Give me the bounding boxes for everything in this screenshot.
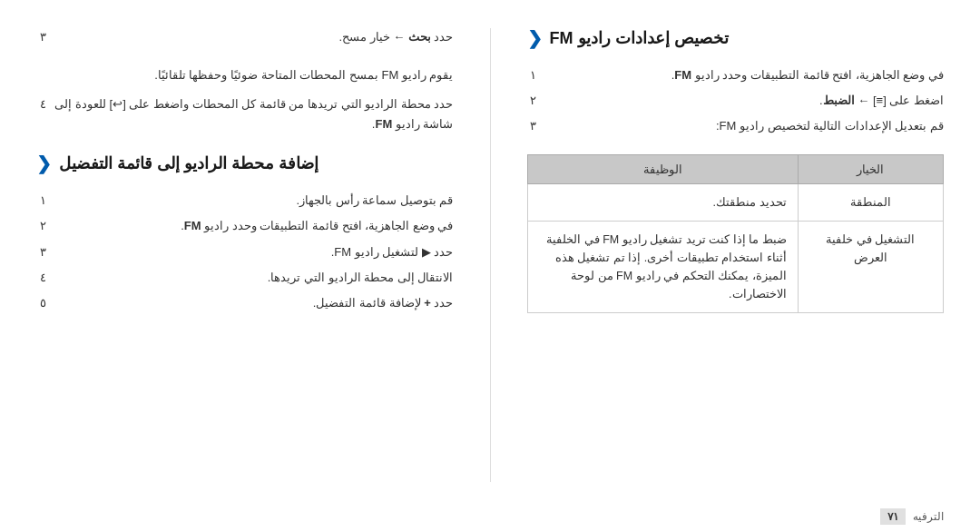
section2-step-3: حدد ▶ لتشغيل راديو FM. ٣ <box>36 242 454 262</box>
section2-step-3-text: حدد ▶ لتشغيل راديو FM. <box>54 242 454 262</box>
right-step-3-num: ٣ <box>527 116 540 136</box>
section1-title-text: تخصيص إعدادات راديو FM <box>550 28 729 48</box>
right-step-1-num: ١ <box>527 65 540 85</box>
left-intro-step-3-text: حدد بحث ← خيار مسح. <box>54 27 454 47</box>
table-header-function: الوظيفة <box>527 155 798 184</box>
section2-step-3-num: ٣ <box>36 242 49 262</box>
section2-title: إضافة محطة الراديو إلى قائمة التفضيل ❮ <box>36 153 454 174</box>
footer-page-num: ٧١ <box>880 508 906 525</box>
section2-steps: قم بتوصيل سماعة رأس بالجهاز. ١ في وضع ال… <box>36 191 454 312</box>
right-step-2: اضغط على [≡] ← الضبط. ٢ <box>527 91 945 111</box>
section1-chevron: ❮ <box>527 27 543 49</box>
section2-step-1: قم بتوصيل سماعة رأس بالجهاز. ١ <box>36 191 454 211</box>
section2-step-1-text: قم بتوصيل سماعة رأس بالجهاز. <box>54 191 454 211</box>
right-step-3-text: قم بتعديل الإعدادات التالية لتخصيص راديو… <box>545 116 945 136</box>
section2-step-2: في وضع الجاهزية، افتح قائمة التطبيقات وح… <box>36 216 454 236</box>
right-column: تخصيص إعدادات راديو FM ❮ في وضع الجاهزية… <box>527 27 945 483</box>
table-header-option: الخيار <box>798 155 943 184</box>
footer-label: الترفيه <box>913 510 944 523</box>
section1-title: تخصيص إعدادات راديو FM ❮ <box>527 27 945 49</box>
section2-chevron: ❮ <box>36 153 52 174</box>
table-cell-option-2: التشغيل في خلفية العرض <box>798 222 943 313</box>
left-intro-step-3: حدد بحث ← خيار مسح. ٣ <box>36 27 454 47</box>
section2-step-5-text: حدد + لإضافة قائمة التفضيل. <box>54 293 454 313</box>
footer: الترفيه ٧١ <box>0 501 980 532</box>
left-intro-step-3-num: ٣ <box>36 27 49 47</box>
section2-step-5-num: ٥ <box>36 293 49 313</box>
right-steps-list: في وضع الجاهزية، افتح قائمة التطبيقات وح… <box>527 65 945 136</box>
section2-step-4-num: ٤ <box>36 268 49 288</box>
table-cell-function-1: تحديد منطقتك. <box>527 184 798 222</box>
left-after-step-4-text: حدد محطة الراديو التي تريدها من قائمة كل… <box>54 94 454 134</box>
right-step-1: في وضع الجاهزية، افتح قائمة التطبيقات وح… <box>527 65 945 85</box>
right-step-1-text: في وضع الجاهزية، افتح قائمة التطبيقات وح… <box>545 65 945 85</box>
left-steps-intro: حدد بحث ← خيار مسح. ٣ <box>36 27 454 47</box>
left-column: حدد بحث ← خيار مسح. ٣ يقوم راديو FM بمسح… <box>36 27 454 483</box>
table-row-1: المنطقة تحديد منطقتك. <box>527 184 944 222</box>
section2-step-4-text: الانتقال إلى محطة الراديو التي تريدها. <box>54 268 454 288</box>
section2-step-1-num: ١ <box>36 191 49 211</box>
table-row-2: التشغيل في خلفية العرض ضبط ما إذا كنت تر… <box>527 222 944 313</box>
right-step-2-text: اضغط على [≡] ← الضبط. <box>545 91 945 111</box>
right-step-2-num: ٢ <box>527 91 540 111</box>
scan-description: يقوم راديو FM بمسح المحطات المتاحة ضوئيً… <box>36 65 454 85</box>
section2-step-2-text: في وضع الجاهزية، افتح قائمة التطبيقات وح… <box>54 216 454 236</box>
main-content: تخصيص إعدادات راديو FM ❮ في وضع الجاهزية… <box>0 0 980 501</box>
right-step-3: قم بتعديل الإعدادات التالية لتخصيص راديو… <box>527 116 945 136</box>
section2-step-4: الانتقال إلى محطة الراديو التي تريدها. ٤ <box>36 268 454 288</box>
table-cell-function-2: ضبط ما إذا كنت تريد تشغيل راديو FM في ال… <box>527 222 798 313</box>
left-after-step-4: حدد محطة الراديو التي تريدها من قائمة كل… <box>36 94 454 134</box>
left-after-step-4-num: ٤ <box>36 94 49 114</box>
section2-step-5: حدد + لإضافة قائمة التفضيل. ٥ <box>36 293 454 313</box>
section2: إضافة محطة الراديو إلى قائمة التفضيل ❮ ق… <box>36 153 454 312</box>
page-container: تخصيص إعدادات راديو FM ❮ في وضع الجاهزية… <box>0 0 980 532</box>
section2-step-2-num: ٢ <box>36 216 49 236</box>
section2-title-text: إضافة محطة الراديو إلى قائمة التفضيل <box>59 153 318 173</box>
table-cell-option-1: المنطقة <box>798 184 943 222</box>
settings-table: الخيار الوظيفة المنطقة تحديد منطقتك. الت… <box>527 154 945 313</box>
left-steps-after: حدد محطة الراديو التي تريدها من قائمة كل… <box>36 94 454 134</box>
column-divider <box>490 28 491 482</box>
